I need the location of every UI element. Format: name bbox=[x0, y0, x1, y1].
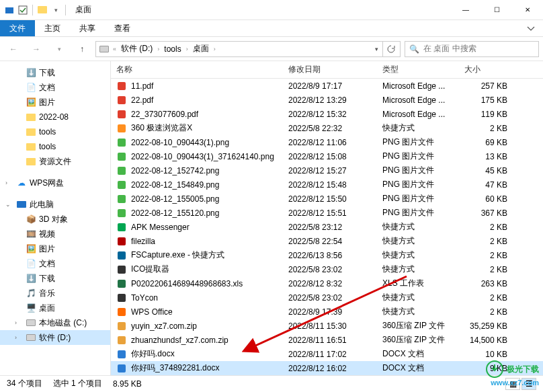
file-size: 2 KB bbox=[459, 124, 513, 133]
file-name: filezilla bbox=[131, 237, 155, 246]
breadcrumb-desktop[interactable]: 桌面 bbox=[190, 42, 212, 56]
sidebar-item-disk-c[interactable]: ›本地磁盘 (C:) bbox=[0, 315, 110, 330]
file-type-icon bbox=[116, 321, 127, 331]
svg-rect-9 bbox=[118, 181, 126, 189]
sidebar-item-2022-08[interactable]: 2022-08 bbox=[0, 110, 110, 124]
view-thumbnails-button[interactable]: ▦ bbox=[505, 378, 520, 390]
address-history-dropdown[interactable]: ▾ bbox=[370, 46, 382, 52]
file-row[interactable]: 11.pdf2022/8/9 17:17Microsoft Edge ...25… bbox=[111, 79, 543, 93]
file-type-icon bbox=[116, 123, 127, 134]
column-type[interactable]: 类型 bbox=[377, 64, 459, 75]
file-row[interactable]: 你好吗_374892281.docx2022/8/12 16:02DOCX 文档… bbox=[111, 361, 543, 375]
file-type-icon bbox=[116, 81, 127, 91]
file-row[interactable]: filezilla2022/5/8 22:54快捷方式2 KB bbox=[111, 234, 543, 248]
refresh-button[interactable] bbox=[382, 41, 399, 57]
file-date: 2022/8/11 15:30 bbox=[283, 321, 377, 331]
file-row[interactable]: yuyin_xz7.com.zip2022/8/11 15:30360压缩 ZI… bbox=[111, 319, 543, 333]
chevron-right-icon[interactable]: › bbox=[184, 46, 190, 52]
sidebar-item-pictures-2[interactable]: 🖼️图片 bbox=[0, 241, 110, 256]
nav-up-button[interactable]: ↑ bbox=[73, 41, 91, 57]
breadcrumb-drive[interactable]: 软件 (D:) bbox=[118, 42, 155, 56]
svg-rect-8 bbox=[118, 167, 126, 175]
view-details-button[interactable]: ☰ bbox=[521, 378, 536, 390]
svg-rect-10 bbox=[118, 195, 126, 203]
tab-file[interactable]: 文件 bbox=[0, 20, 35, 36]
close-button[interactable]: ✕ bbox=[512, 0, 543, 20]
file-row[interactable]: 360 极速浏览器X2022/5/8 22:32快捷方式2 KB bbox=[111, 121, 543, 135]
file-row[interactable]: 你好吗.docx2022/8/11 17:02DOCX 文档10 KB bbox=[111, 347, 543, 361]
svg-rect-3 bbox=[118, 96, 126, 104]
search-input[interactable]: 🔍 在 桌面 中搜索 bbox=[405, 41, 539, 57]
column-name[interactable]: 名称 bbox=[111, 64, 283, 75]
chevron-right-icon[interactable]: › bbox=[155, 46, 161, 52]
file-type: Microsoft Edge ... bbox=[377, 95, 459, 105]
column-date[interactable]: 修改日期 bbox=[283, 64, 377, 75]
file-type: PNG 图片文件 bbox=[377, 165, 459, 176]
file-row[interactable]: 2022-08-10_090443(1).png2022/8/12 11:06P… bbox=[111, 135, 543, 149]
sidebar-item-tools[interactable]: tools bbox=[0, 124, 110, 139]
file-type-icon bbox=[116, 109, 127, 120]
ribbon-expand-icon[interactable] bbox=[519, 20, 543, 36]
nav-forward-button[interactable]: → bbox=[27, 41, 46, 57]
column-headers[interactable]: 名称 修改日期 类型 大小 bbox=[111, 61, 543, 79]
file-date: 2022/5/8 22:32 bbox=[283, 124, 377, 133]
sidebar-item-tools-2[interactable]: tools bbox=[0, 139, 110, 154]
file-row[interactable]: P020220614689448968683.xls2022/8/12 8:32… bbox=[111, 276, 543, 290]
file-date: 2022/8/12 15:27 bbox=[283, 166, 377, 175]
sidebar-item-pictures[interactable]: 🖼️图片 bbox=[0, 95, 110, 110]
status-size: 8.95 KB bbox=[113, 379, 142, 389]
file-row[interactable]: 22_373077609.pdf2022/8/12 15:32Microsoft… bbox=[111, 107, 543, 121]
file-date: 2022/6/13 8:56 bbox=[283, 251, 377, 260]
file-row[interactable]: WPS Office2022/8/9 17:39快捷方式2 KB bbox=[111, 305, 543, 319]
file-row[interactable]: APK Messenger2022/5/8 23:12快捷方式2 KB bbox=[111, 220, 543, 234]
sidebar-item-resources[interactable]: 资源文件 bbox=[0, 154, 110, 169]
breadcrumb-tools[interactable]: tools bbox=[161, 42, 183, 56]
sidebar-item-thispc[interactable]: ⌄此电脑 bbox=[0, 197, 110, 212]
file-row[interactable]: FSCapture.exe - 快捷方式2022/6/13 8:56快捷方式2 … bbox=[111, 248, 543, 262]
svg-rect-16 bbox=[118, 280, 126, 288]
file-size: 2 KB bbox=[459, 307, 513, 317]
sidebar-item-videos[interactable]: 🎞️视频 bbox=[0, 227, 110, 241]
sidebar-item-documents-2[interactable]: 📄文档 bbox=[0, 256, 110, 271]
chevron-right-icon[interactable]: « bbox=[111, 46, 118, 52]
file-row[interactable]: 2022-08-12_155120.png2022/8/12 15:51PNG … bbox=[111, 206, 543, 220]
file-size: 13 KB bbox=[459, 152, 513, 161]
tab-view[interactable]: 查看 bbox=[105, 20, 140, 36]
file-type-icon bbox=[116, 151, 127, 162]
column-size[interactable]: 大小 bbox=[459, 64, 513, 75]
minimize-button[interactable]: — bbox=[450, 0, 481, 20]
svg-rect-5 bbox=[118, 124, 126, 132]
qat-properties-icon[interactable] bbox=[17, 5, 28, 15]
file-size: 35,259 KB bbox=[459, 321, 513, 331]
tab-share[interactable]: 共享 bbox=[70, 20, 105, 36]
sidebar-item-documents[interactable]: 📄文档 bbox=[0, 80, 110, 95]
sidebar-item-downloads[interactable]: ⬇️下载 bbox=[0, 65, 110, 80]
sidebar-item-desktop[interactable]: 🖥️桌面 bbox=[0, 301, 110, 315]
sidebar-item-music[interactable]: 🎵音乐 bbox=[0, 286, 110, 301]
navigation-pane[interactable]: ⬇️下载 📄文档 🖼️图片 2022-08 tools tools 资源文件 ›… bbox=[0, 61, 111, 375]
file-row[interactable]: 2022-08-12_152742.png2022/8/12 15:27PNG … bbox=[111, 163, 543, 178]
tab-home[interactable]: 主页 bbox=[35, 20, 70, 36]
nav-back-button[interactable]: ← bbox=[4, 41, 23, 57]
maximize-button[interactable]: ☐ bbox=[481, 0, 512, 20]
folder-icon bbox=[26, 126, 36, 137]
file-row[interactable]: ICO提取器2022/5/8 23:02快捷方式2 KB bbox=[111, 262, 543, 276]
file-date: 2022/8/12 16:02 bbox=[283, 364, 377, 373]
qat-dropdown-icon[interactable]: ▾ bbox=[50, 5, 61, 15]
address-bar[interactable]: « 软件 (D:) › tools › 桌面 › ▾ bbox=[95, 41, 401, 57]
file-row[interactable]: 2022-08-10_090443(1)_371624140.png2022/8… bbox=[111, 149, 543, 163]
chevron-right-icon[interactable]: › bbox=[212, 46, 218, 52]
file-row[interactable]: 2022-08-12_154849.png2022/8/12 15:48PNG … bbox=[111, 178, 543, 192]
sidebar-item-disk-d[interactable]: ›软件 (D:) bbox=[0, 330, 110, 345]
file-size: 10 KB bbox=[459, 350, 513, 359]
file-row[interactable]: 22.pdf2022/8/12 13:29Microsoft Edge ...1… bbox=[111, 93, 543, 107]
file-row[interactable]: ToYcon2022/5/8 23:02快捷方式2 KB bbox=[111, 290, 543, 305]
sidebar-item-downloads-2[interactable]: ⬇️下载 bbox=[0, 271, 110, 286]
file-row[interactable]: zhuanzhundsf_xz7.com.zip2022/8/11 16:513… bbox=[111, 333, 543, 347]
file-date: 2022/8/12 13:29 bbox=[283, 95, 377, 105]
status-selected: 选中 1 个项目 bbox=[53, 378, 102, 389]
sidebar-item-wps[interactable]: ›☁WPS网盘 bbox=[0, 175, 110, 190]
nav-recent-button[interactable]: ▾ bbox=[50, 41, 69, 57]
file-row[interactable]: 2022-08-12_155005.png2022/8/12 15:50PNG … bbox=[111, 192, 543, 206]
sidebar-item-3dobjects[interactable]: 📦3D 对象 bbox=[0, 212, 110, 227]
